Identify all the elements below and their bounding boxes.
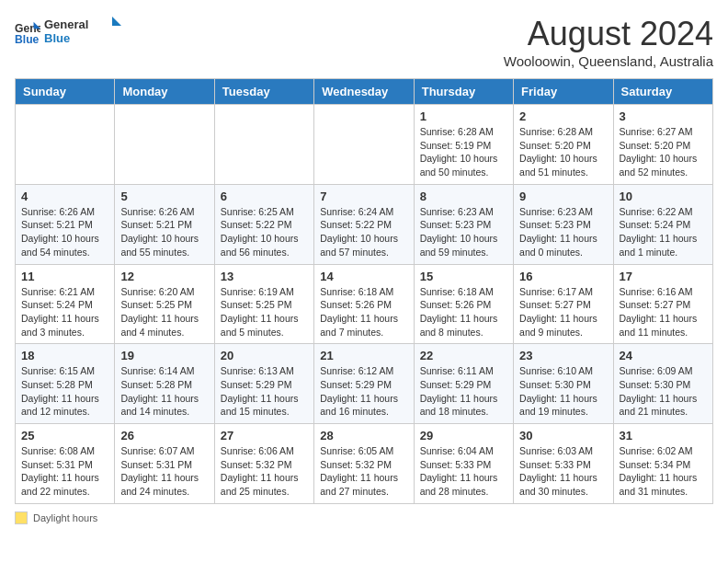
calendar-cell: 6Sunrise: 6:25 AMSunset: 5:22 PMDaylight…	[214, 184, 313, 264]
day-number: 13	[221, 270, 308, 283]
cell-info: Sunrise: 6:25 AMSunset: 5:22 PMDaylight:…	[221, 205, 308, 259]
day-number: 14	[320, 270, 407, 283]
calendar-cell: 21Sunrise: 6:12 AMSunset: 5:29 PMDayligh…	[314, 344, 414, 424]
week-row-4: 18Sunrise: 6:15 AMSunset: 5:28 PMDayligh…	[16, 344, 713, 424]
calendar-cell: 19Sunrise: 6:14 AMSunset: 5:28 PMDayligh…	[115, 344, 214, 424]
day-number: 8	[420, 190, 507, 203]
cell-info: Sunrise: 6:02 AMSunset: 5:34 PMDaylight:…	[620, 444, 707, 499]
day-number: 18	[21, 349, 108, 362]
cell-info: Sunrise: 6:06 AMSunset: 5:32 PMDaylight:…	[221, 444, 308, 499]
calendar-cell: 2Sunrise: 6:28 AMSunset: 5:20 PMDaylight…	[514, 105, 613, 185]
day-number: 1	[420, 109, 507, 123]
header-row: SundayMondayTuesdayWednesdayThursdayFrid…	[16, 79, 713, 105]
footer-note: Daylight hours	[15, 511, 713, 524]
day-number: 30	[519, 429, 607, 442]
day-number: 31	[620, 429, 707, 442]
svg-text:Blue: Blue	[44, 31, 70, 45]
week-row-3: 11Sunrise: 6:21 AMSunset: 5:24 PMDayligh…	[16, 264, 713, 344]
logo: General Blue General Blue	[15, 15, 127, 52]
day-number: 4	[21, 190, 108, 203]
cell-info: Sunrise: 6:10 AMSunset: 5:30 PMDaylight:…	[519, 364, 607, 419]
day-number: 2	[519, 109, 607, 123]
cell-info: Sunrise: 6:24 AMSunset: 5:22 PMDaylight:…	[320, 205, 407, 259]
cell-info: Sunrise: 6:22 AMSunset: 5:24 PMDaylight:…	[620, 205, 707, 259]
svg-text:General: General	[44, 17, 88, 31]
cell-info: Sunrise: 6:26 AMSunset: 5:21 PMDaylight:…	[21, 205, 108, 259]
svg-marker-5	[112, 17, 121, 26]
day-number: 7	[320, 190, 407, 203]
cell-info: Sunrise: 6:18 AMSunset: 5:26 PMDaylight:…	[420, 285, 507, 339]
cell-info: Sunrise: 6:03 AMSunset: 5:33 PMDaylight:…	[519, 444, 607, 499]
calendar-cell: 3Sunrise: 6:27 AMSunset: 5:20 PMDaylight…	[613, 105, 712, 185]
day-number: 10	[620, 190, 707, 203]
header-cell-wednesday: Wednesday	[314, 79, 414, 105]
day-number: 15	[420, 270, 507, 283]
day-number: 21	[320, 349, 407, 362]
day-number: 3	[620, 109, 707, 123]
calendar-cell: 12Sunrise: 6:20 AMSunset: 5:25 PMDayligh…	[115, 264, 214, 344]
cell-info: Sunrise: 6:15 AMSunset: 5:28 PMDaylight:…	[21, 364, 108, 419]
cell-info: Sunrise: 6:26 AMSunset: 5:21 PMDaylight:…	[120, 205, 208, 259]
calendar-cell: 15Sunrise: 6:18 AMSunset: 5:26 PMDayligh…	[414, 264, 513, 344]
cell-info: Sunrise: 6:20 AMSunset: 5:25 PMDaylight:…	[120, 285, 208, 339]
calendar-cell: 7Sunrise: 6:24 AMSunset: 5:22 PMDaylight…	[314, 184, 414, 264]
month-year-title: August 2024	[504, 15, 713, 53]
cell-info: Sunrise: 6:12 AMSunset: 5:29 PMDaylight:…	[320, 364, 407, 419]
calendar-cell: 24Sunrise: 6:09 AMSunset: 5:30 PMDayligh…	[613, 344, 712, 424]
cell-info: Sunrise: 6:28 AMSunset: 5:20 PMDaylight:…	[519, 125, 607, 179]
calendar-cell: 13Sunrise: 6:19 AMSunset: 5:25 PMDayligh…	[214, 264, 313, 344]
header-cell-saturday: Saturday	[613, 79, 712, 105]
logo-icon: General Blue	[15, 20, 40, 46]
calendar-cell: 20Sunrise: 6:13 AMSunset: 5:29 PMDayligh…	[214, 344, 313, 424]
cell-info: Sunrise: 6:19 AMSunset: 5:25 PMDaylight:…	[221, 285, 308, 339]
day-number: 27	[221, 429, 308, 442]
calendar-cell	[16, 105, 115, 185]
calendar-cell: 22Sunrise: 6:11 AMSunset: 5:29 PMDayligh…	[414, 344, 513, 424]
cell-info: Sunrise: 6:27 AMSunset: 5:20 PMDaylight:…	[620, 125, 707, 179]
day-number: 24	[620, 349, 707, 362]
week-row-5: 25Sunrise: 6:08 AMSunset: 5:31 PMDayligh…	[16, 424, 713, 504]
cell-info: Sunrise: 6:18 AMSunset: 5:26 PMDaylight:…	[320, 285, 407, 339]
day-number: 29	[420, 429, 507, 442]
header-cell-tuesday: Tuesday	[214, 79, 313, 105]
calendar-cell: 5Sunrise: 6:26 AMSunset: 5:21 PMDaylight…	[115, 184, 214, 264]
cell-info: Sunrise: 6:28 AMSunset: 5:19 PMDaylight:…	[420, 125, 507, 179]
cell-info: Sunrise: 6:17 AMSunset: 5:27 PMDaylight:…	[519, 285, 607, 339]
location-subtitle: Wooloowin, Queensland, Australia	[504, 53, 713, 69]
calendar-cell: 14Sunrise: 6:18 AMSunset: 5:26 PMDayligh…	[314, 264, 414, 344]
day-number: 17	[620, 270, 707, 283]
day-number: 19	[120, 349, 208, 362]
cell-info: Sunrise: 6:07 AMSunset: 5:31 PMDaylight:…	[120, 444, 208, 499]
calendar-cell	[115, 105, 214, 185]
day-number: 6	[221, 190, 308, 203]
day-number: 28	[320, 429, 407, 442]
cell-info: Sunrise: 6:05 AMSunset: 5:32 PMDaylight:…	[320, 444, 407, 499]
calendar-cell: 29Sunrise: 6:04 AMSunset: 5:33 PMDayligh…	[414, 424, 513, 504]
cell-info: Sunrise: 6:14 AMSunset: 5:28 PMDaylight:…	[120, 364, 208, 419]
calendar-cell: 11Sunrise: 6:21 AMSunset: 5:24 PMDayligh…	[16, 264, 115, 344]
day-number: 25	[21, 429, 108, 442]
calendar-cell: 17Sunrise: 6:16 AMSunset: 5:27 PMDayligh…	[613, 264, 712, 344]
logo-svg: General Blue	[44, 15, 127, 48]
calendar-cell: 28Sunrise: 6:05 AMSunset: 5:32 PMDayligh…	[314, 424, 414, 504]
day-number: 16	[519, 270, 607, 283]
calendar-cell: 26Sunrise: 6:07 AMSunset: 5:31 PMDayligh…	[115, 424, 214, 504]
svg-text:Blue: Blue	[15, 33, 40, 46]
calendar-cell: 9Sunrise: 6:23 AMSunset: 5:23 PMDaylight…	[514, 184, 613, 264]
day-number: 20	[221, 349, 308, 362]
day-number: 23	[519, 349, 607, 362]
calendar-cell: 16Sunrise: 6:17 AMSunset: 5:27 PMDayligh…	[514, 264, 613, 344]
calendar-cell: 30Sunrise: 6:03 AMSunset: 5:33 PMDayligh…	[514, 424, 613, 504]
calendar-cell: 1Sunrise: 6:28 AMSunset: 5:19 PMDaylight…	[414, 105, 513, 185]
day-number: 22	[420, 349, 507, 362]
day-number: 12	[120, 270, 208, 283]
cell-info: Sunrise: 6:13 AMSunset: 5:29 PMDaylight:…	[221, 364, 308, 419]
calendar-cell: 4Sunrise: 6:26 AMSunset: 5:21 PMDaylight…	[16, 184, 115, 264]
calendar-cell: 27Sunrise: 6:06 AMSunset: 5:32 PMDayligh…	[214, 424, 313, 504]
calendar-cell: 8Sunrise: 6:23 AMSunset: 5:23 PMDaylight…	[414, 184, 513, 264]
calendar-cell: 10Sunrise: 6:22 AMSunset: 5:24 PMDayligh…	[613, 184, 712, 264]
cell-info: Sunrise: 6:16 AMSunset: 5:27 PMDaylight:…	[620, 285, 707, 339]
header: General Blue General Blue August 2024 Wo…	[15, 15, 713, 69]
calendar-cell: 18Sunrise: 6:15 AMSunset: 5:28 PMDayligh…	[16, 344, 115, 424]
cell-info: Sunrise: 6:09 AMSunset: 5:30 PMDaylight:…	[620, 364, 707, 419]
